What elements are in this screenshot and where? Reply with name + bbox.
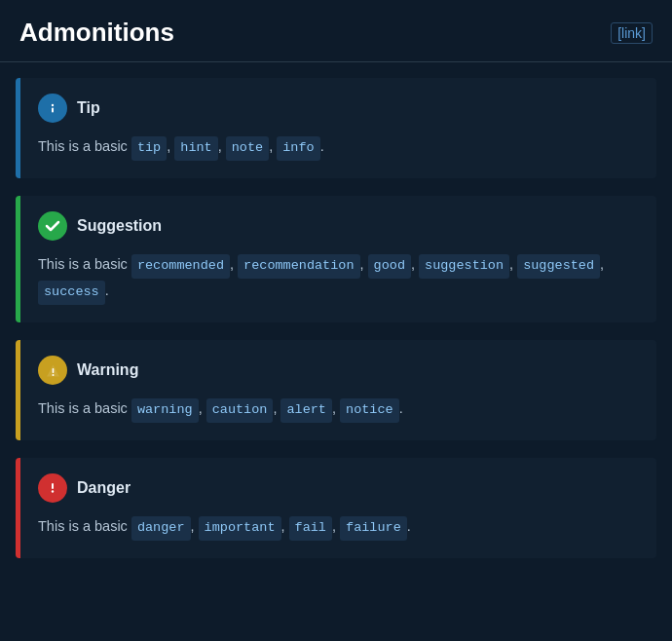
admonition-tip: TipThis is a basic tip, hint, note, info… (16, 78, 656, 178)
admonition-danger: DangerThis is a basic danger, important,… (16, 458, 656, 558)
tag-recommendation: recommendation (238, 254, 359, 279)
svg-point-7 (52, 490, 54, 492)
svg-rect-4 (52, 368, 54, 373)
svg-point-5 (52, 374, 54, 376)
tag-suggestion: suggestion (419, 254, 509, 279)
admonition-danger-body: This is a basic danger, important, fail,… (38, 514, 639, 541)
warning-icon (38, 356, 67, 385)
check-icon (38, 211, 67, 241)
tag-note: note (226, 136, 269, 161)
content-area: TipThis is a basic tip, hint, note, info… (0, 62, 672, 591)
admonition-danger-title-row: Danger (38, 473, 639, 503)
tag-fail: fail (289, 516, 332, 541)
admonition-warning-title-row: Warning (38, 356, 639, 385)
admonition-danger-inner: DangerThis is a basic danger, important,… (20, 458, 656, 558)
admonition-suggestion-title-row: Suggestion (38, 211, 639, 241)
admonition-warning-title: Warning (77, 361, 138, 379)
tag-suggested: suggested (517, 254, 600, 279)
tag-caution: caution (206, 398, 274, 423)
admonition-warning-inner: WarningThis is a basic warning, caution,… (20, 340, 656, 440)
svg-rect-1 (52, 108, 54, 113)
svg-point-0 (52, 104, 54, 106)
tag-warning: warning (131, 398, 199, 423)
tag-recommended: recommended (131, 254, 230, 279)
tag-failure: failure (340, 516, 407, 541)
admonition-tip-title-row: Tip (38, 94, 639, 123)
tag-alert: alert (280, 398, 332, 423)
admonition-tip-inner: TipThis is a basic tip, hint, note, info… (20, 78, 656, 178)
danger-icon (38, 473, 67, 503)
admonition-tip-title: Tip (77, 99, 100, 117)
tag-success: success (38, 281, 105, 305)
admonition-suggestion: SuggestionThis is a basic recommended, r… (16, 196, 656, 322)
page-link[interactable]: [link] (611, 22, 653, 44)
page-header: Admonitions [link] (0, 0, 672, 62)
admonition-warning-body: This is a basic warning, caution, alert,… (38, 396, 639, 423)
admonition-tip-body: This is a basic tip, hint, note, info. (38, 134, 639, 161)
admonition-suggestion-inner: SuggestionThis is a basic recommended, r… (20, 196, 656, 322)
page-title: Admonitions (19, 18, 174, 48)
tag-info: info (277, 136, 319, 161)
tag-tip: tip (131, 136, 167, 161)
tag-danger: danger (131, 516, 191, 541)
tag-hint: hint (174, 136, 217, 161)
info-icon (38, 94, 67, 123)
svg-rect-6 (52, 483, 54, 489)
admonition-suggestion-title: Suggestion (77, 217, 162, 235)
tag-good: good (368, 254, 411, 279)
admonition-warning: WarningThis is a basic warning, caution,… (16, 340, 656, 440)
admonition-suggestion-body: This is a basic recommended, recommendat… (38, 252, 639, 305)
tag-important: important (199, 516, 281, 541)
tag-notice: notice (340, 398, 399, 423)
admonition-danger-title: Danger (77, 479, 131, 497)
